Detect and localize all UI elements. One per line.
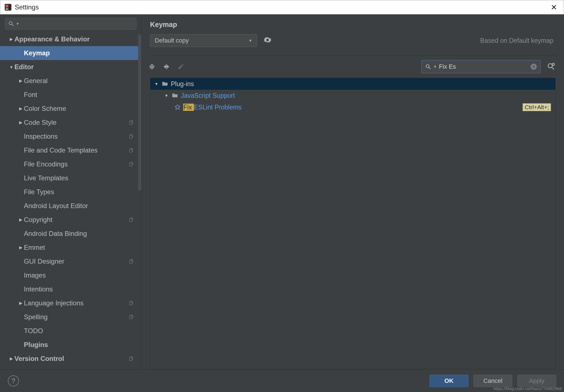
sidebar-item-label: GUI Designer	[24, 258, 64, 265]
sidebar-item-general[interactable]: ▶General	[0, 74, 141, 88]
keymap-select[interactable]: Default copy ▼	[150, 34, 257, 47]
sidebar-item-label: Plugins	[24, 341, 48, 349]
svg-rect-16	[129, 260, 132, 263]
sidebar-item-label: File Encodings	[24, 160, 68, 168]
svg-rect-8	[129, 135, 132, 138]
keymap-toolbar: ▼ ✕	[142, 56, 564, 78]
svg-point-25	[548, 64, 552, 68]
dialog-footer: ? OK Cancel Apply	[0, 369, 564, 392]
result-row[interactable]: ▼Plug-ins	[150, 78, 555, 90]
help-button[interactable]: ?	[8, 375, 19, 386]
sidebar-item-android-layout-editor[interactable]: Android Layout Editor	[0, 199, 141, 213]
sidebar-item-label: Inspections	[24, 133, 58, 140]
sidebar-item-spelling[interactable]: Spelling	[0, 310, 141, 324]
result-row[interactable]: Fix ESLint ProblemsCtrl+Alt+;	[150, 101, 555, 113]
sidebar-item-file-and-code-templates[interactable]: File and Code Templates	[0, 143, 141, 157]
sidebar-item-editor[interactable]: ▼Editor	[0, 60, 141, 74]
sidebar-item-label: Images	[24, 271, 46, 279]
expand-all-icon[interactable]	[148, 63, 156, 71]
svg-point-23	[426, 65, 429, 68]
clear-icon[interactable]: ✕	[531, 64, 537, 70]
search-icon	[8, 21, 14, 27]
chevron-right-icon: ▶	[8, 37, 14, 42]
sidebar-item-images[interactable]: Images	[0, 268, 141, 282]
sidebar-item-label: Code Style	[24, 119, 56, 126]
chevron-down-icon: ▼	[8, 65, 14, 69]
svg-line-24	[429, 68, 431, 69]
scrollbar[interactable]	[138, 35, 141, 190]
sidebar-item-keymap[interactable]: Keymap	[0, 46, 141, 60]
sidebar-item-todo[interactable]: TODO	[0, 324, 141, 338]
edit-icon[interactable]	[177, 63, 185, 71]
apply-button[interactable]: Apply	[517, 375, 556, 387]
sidebar-item-language-injections[interactable]: ▶Language Injections	[0, 296, 141, 310]
svg-rect-6	[129, 121, 132, 124]
scope-icon	[129, 259, 134, 264]
sidebar-item-android-data-binding[interactable]: Android Data Binding	[0, 227, 141, 241]
body: ▼ ▶Appearance & BehaviorKeymap▼Editor▶Ge…	[0, 14, 564, 369]
action-search[interactable]: ▼ ✕	[421, 60, 541, 73]
search-icon	[425, 64, 431, 70]
svg-rect-12	[129, 163, 132, 166]
sidebar-search-input[interactable]	[21, 20, 133, 27]
svg-line-4	[12, 24, 14, 26]
sidebar-item-color-scheme[interactable]: ▶Color Scheme	[0, 102, 141, 116]
svg-rect-22	[129, 358, 132, 361]
sidebar-item-inspections[interactable]: Inspections	[0, 129, 141, 143]
gear-icon[interactable]	[264, 36, 271, 45]
shortcut-badge: Ctrl+Alt+;	[523, 103, 551, 111]
sidebar-item-label: TODO	[24, 327, 43, 335]
result-label: Fix ESLint Problems	[183, 104, 241, 111]
sidebar-item-label: Emmet	[24, 244, 45, 251]
chevron-right-icon: ▶	[18, 120, 24, 125]
chevron-right-icon: ▶	[8, 356, 14, 361]
main-header: Keymap Default copy ▼ Based on Default k…	[142, 14, 564, 50]
action-search-input[interactable]	[439, 63, 528, 70]
find-shortcut-icon[interactable]	[547, 62, 556, 71]
sidebar-item-label: Editor	[14, 63, 34, 71]
sidebar-item-gui-designer[interactable]: GUI Designer	[0, 254, 141, 268]
ok-button[interactable]: OK	[430, 375, 468, 387]
chevron-right-icon: ▶	[18, 245, 24, 250]
sidebar-item-copyright[interactable]: ▶Copyright	[0, 213, 141, 227]
keymap-select-value: Default copy	[155, 37, 189, 44]
sidebar-item-plugins[interactable]: Plugins	[0, 338, 141, 352]
based-on-label: Based on Default keymap	[480, 37, 556, 44]
sidebar-item-label: Copyright	[24, 216, 53, 224]
result-row[interactable]: ▼JavaScript Support	[150, 90, 555, 101]
collapse-all-icon[interactable]	[162, 63, 171, 71]
sidebar-item-live-templates[interactable]: Live Templates	[0, 171, 141, 185]
svg-rect-18	[129, 302, 132, 305]
close-icon[interactable]: ✕	[548, 2, 560, 13]
svg-rect-14	[129, 219, 132, 222]
sidebar-tree: ▶Appearance & BehaviorKeymap▼Editor▶Gene…	[0, 32, 141, 369]
sidebar-item-file-types[interactable]: File Types	[0, 185, 141, 199]
sidebar-item-code-style[interactable]: ▶Code Style	[0, 116, 141, 129]
sidebar-item-font[interactable]: Font	[0, 88, 141, 102]
scope-icon	[129, 161, 134, 167]
sidebar-item-label: File and Code Templates	[24, 146, 98, 154]
main-panel: Keymap Default copy ▼ Based on Default k…	[142, 14, 564, 369]
chevron-right-icon: ▶	[18, 78, 24, 83]
sidebar-item-label: Live Templates	[24, 174, 68, 182]
cancel-button[interactable]: Cancel	[473, 375, 512, 387]
sidebar-item-appearance-behavior[interactable]: ▶Appearance & Behavior	[0, 32, 141, 46]
sidebar-item-label: File Types	[24, 188, 54, 196]
action-icon	[175, 104, 180, 110]
scope-icon	[129, 300, 134, 306]
result-label: Plug-ins	[171, 80, 194, 88]
chevron-right-icon: ▶	[18, 106, 24, 111]
sidebar-search[interactable]: ▼	[5, 18, 136, 29]
scope-icon	[129, 148, 134, 153]
sidebar-item-label: Android Layout Editor	[24, 202, 88, 210]
sidebar-item-file-encodings[interactable]: File Encodings	[0, 157, 141, 171]
svg-point-3	[9, 22, 12, 25]
sidebar-item-label: Language Injections	[24, 299, 84, 307]
svg-point-27	[552, 63, 555, 66]
sidebar-item-version-control[interactable]: ▶Version Control	[0, 352, 141, 366]
folder-icon	[162, 80, 168, 88]
sidebar-item-intentions[interactable]: Intentions	[0, 282, 141, 296]
sidebar-item-emmet[interactable]: ▶Emmet	[0, 241, 141, 254]
folder-icon	[172, 92, 178, 99]
scope-icon	[129, 217, 134, 223]
